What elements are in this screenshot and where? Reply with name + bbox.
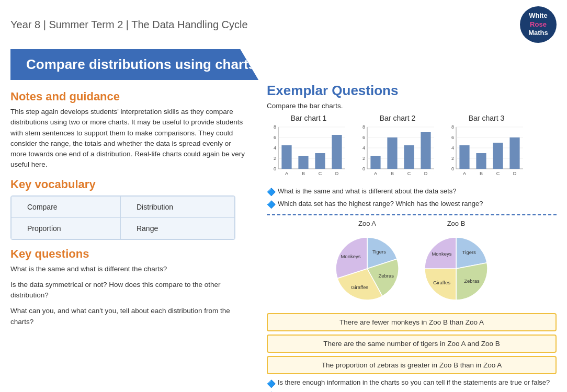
vocab-cell: Compare xyxy=(12,196,121,217)
svg-text:B: B xyxy=(391,171,394,176)
svg-text:A: A xyxy=(285,171,288,176)
svg-text:Giraffes: Giraffes xyxy=(433,280,450,285)
vocab-cell: Proportion xyxy=(12,217,121,239)
key-questions: What is the same and what is different t… xyxy=(10,264,246,327)
bar-chart-wrapper: Bar chart 302468ABCD xyxy=(445,114,528,182)
svg-text:Monkeys: Monkeys xyxy=(432,251,451,257)
svg-text:4: 4 xyxy=(451,145,454,151)
svg-rect-38 xyxy=(421,132,430,169)
statement-box: The proportion of zebras is greater in Z… xyxy=(267,356,557,374)
logo-line1: White xyxy=(529,11,547,20)
key-question-item: What is the same and what is different t… xyxy=(10,264,246,274)
svg-text:C: C xyxy=(496,171,500,176)
question-text: What can you find out from the charts? xyxy=(278,389,394,392)
svg-text:8: 8 xyxy=(274,124,276,130)
pie-chart-label: Zoo A xyxy=(358,220,376,227)
compare-text: Compare the bar charts. xyxy=(267,102,557,110)
svg-text:0: 0 xyxy=(451,166,454,171)
svg-text:Tigers: Tigers xyxy=(462,249,476,255)
main-content: Notes and guidance This step again devel… xyxy=(0,83,567,392)
svg-text:B: B xyxy=(302,171,305,176)
statement-box: There are fewer monkeys in Zoo B than Zo… xyxy=(267,313,557,331)
svg-text:0: 0 xyxy=(362,166,365,171)
svg-text:2: 2 xyxy=(451,156,454,161)
exemplar-heading: Exemplar Questions xyxy=(267,83,557,99)
svg-rect-56 xyxy=(493,143,503,169)
bottom-question: 🔷Is there enough information in the char… xyxy=(267,377,557,389)
svg-rect-14 xyxy=(298,156,308,169)
bar-charts-container: Bar chart 102468ABCDBar chart 202468ABCD… xyxy=(267,114,557,182)
bar-chart-title: Bar chart 2 xyxy=(380,114,415,122)
svg-text:Monkeys: Monkeys xyxy=(341,253,360,259)
banner: Compare distributions using charts xyxy=(10,49,271,80)
svg-rect-18 xyxy=(332,135,342,169)
key-question-item: Is the data symmetrical or not? How does… xyxy=(10,280,246,301)
statements-container: There are fewer monkeys in Zoo B than Zo… xyxy=(267,313,557,374)
svg-text:B: B xyxy=(480,171,483,176)
question-text: Which data set has the highest range? Wh… xyxy=(278,199,483,209)
page-header: Year 8 | Summer Term 2 | The Data Handli… xyxy=(0,0,567,49)
svg-text:D: D xyxy=(424,171,428,176)
notes-heading: Notes and guidance xyxy=(10,90,246,103)
banner-title: Compare distributions using charts xyxy=(26,56,256,72)
bar-chart-question: 🔷What is the same and what is different … xyxy=(267,186,557,198)
svg-text:A: A xyxy=(463,171,466,176)
bullet-icon: 🔷 xyxy=(267,378,276,389)
dashed-divider xyxy=(267,214,557,215)
bar-chart-wrapper: Bar chart 202468ABCD xyxy=(356,114,439,182)
bottom-question: 🔷What can you find out from the charts? xyxy=(267,389,557,392)
svg-rect-52 xyxy=(459,145,469,169)
vocab-table: CompareDistributionProportionRange xyxy=(10,195,235,240)
svg-text:Zebras: Zebras xyxy=(378,273,394,279)
bottom-questions: 🔷Is there enough information in the char… xyxy=(267,377,557,392)
vocab-heading: Key vocabulary xyxy=(10,178,246,191)
svg-text:6: 6 xyxy=(451,135,454,140)
logo-line3: Maths xyxy=(528,29,548,38)
pie-chart-wrapper: Zoo BTigersZebrasGiraffesMonkeys xyxy=(417,220,495,308)
page-title: Year 8 | Summer Term 2 | The Data Handli… xyxy=(10,19,248,31)
question-text: What is the same and what is different a… xyxy=(278,186,457,197)
statement-box: There are the same number of tigers in Z… xyxy=(267,335,557,353)
bullet-icon: 🔷 xyxy=(267,390,276,392)
svg-text:6: 6 xyxy=(362,135,365,140)
pie-chart-wrapper: Zoo ATigersZebrasGiraffesMonkeys xyxy=(328,220,406,308)
svg-text:Giraffes: Giraffes xyxy=(351,284,368,290)
svg-text:Tigers: Tigers xyxy=(372,249,386,255)
logo-line2: Rose xyxy=(530,20,547,29)
svg-text:C: C xyxy=(407,171,411,176)
bar-chart-wrapper: Bar chart 102468ABCD xyxy=(267,114,350,182)
bullet-icon: 🔷 xyxy=(267,199,276,210)
svg-text:2: 2 xyxy=(362,156,365,161)
svg-text:D: D xyxy=(513,171,517,176)
svg-rect-12 xyxy=(281,145,291,169)
questions-heading: Key questions xyxy=(10,247,246,261)
svg-rect-36 xyxy=(404,145,414,169)
svg-text:A: A xyxy=(374,171,377,176)
svg-text:6: 6 xyxy=(274,135,276,140)
svg-rect-54 xyxy=(476,153,486,169)
svg-rect-16 xyxy=(315,153,325,169)
vocab-cell: Range xyxy=(120,217,234,239)
svg-text:8: 8 xyxy=(362,124,365,130)
right-column: Exemplar Questions Compare the bar chart… xyxy=(262,83,557,392)
svg-text:C: C xyxy=(319,171,322,176)
svg-text:4: 4 xyxy=(362,145,365,151)
notes-text: This step again develops students' inter… xyxy=(10,107,246,170)
wrm-logo: White Rose Maths xyxy=(520,6,557,43)
question-text: Is there enough information in the chart… xyxy=(278,377,550,388)
svg-rect-32 xyxy=(370,156,380,169)
bar-chart-questions: 🔷What is the same and what is different … xyxy=(267,186,557,210)
svg-rect-34 xyxy=(387,137,397,169)
bar-chart-title: Bar chart 3 xyxy=(469,114,504,122)
key-question-item: What can you, and what can't you, tell a… xyxy=(10,306,246,327)
svg-text:2: 2 xyxy=(274,156,276,161)
bar-chart-question: 🔷Which data set has the highest range? W… xyxy=(267,199,557,210)
bar-chart-title: Bar chart 1 xyxy=(291,114,326,122)
vocab-cell: Distribution xyxy=(120,196,234,217)
bullet-icon: 🔷 xyxy=(267,187,276,198)
svg-text:0: 0 xyxy=(274,166,276,171)
svg-text:8: 8 xyxy=(451,124,454,130)
left-column: Notes and guidance This step again devel… xyxy=(10,83,262,392)
svg-text:Zebras: Zebras xyxy=(464,278,480,284)
svg-text:D: D xyxy=(335,171,339,176)
